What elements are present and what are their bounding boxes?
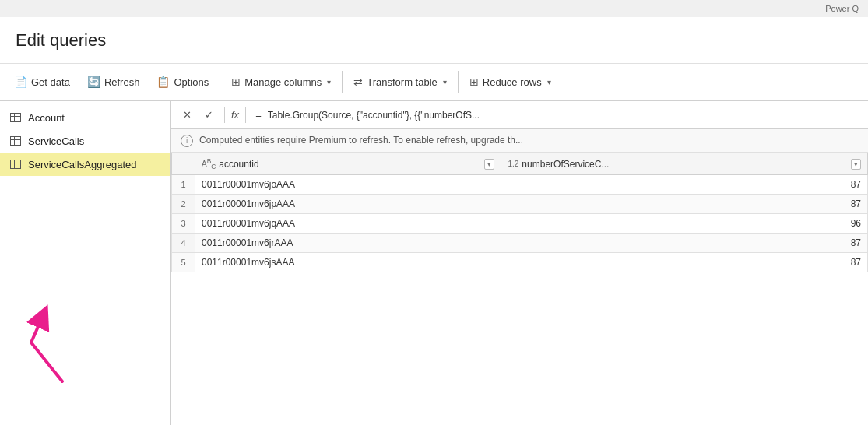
cell-numberofservicec: 96 [501, 214, 868, 234]
account-label: Account [28, 112, 65, 124]
reduce-rows-button[interactable]: ⊞ Reduce rows ▾ [462, 71, 559, 93]
formula-equals: = [255, 109, 262, 121]
col-numberofservicec-label: numberOfServiceC... [522, 159, 609, 170]
toolbar-separator-3 [458, 71, 459, 93]
cell-accountid: 0011r00001mv6jpAAA [195, 195, 501, 214]
table-row: 20011r00001mv6jpAAA87 [172, 195, 868, 214]
table-row: 40011r00001mv6jrAAA87 [172, 234, 868, 253]
options-label: Options [174, 76, 209, 88]
servicecalls-label: ServiceCalls [28, 135, 84, 147]
manage-columns-arrow: ▾ [327, 78, 331, 86]
table-header-row: ABC accountid ▾ 1.2 numberOfServiceC... … [172, 153, 868, 175]
cell-row-num: 3 [172, 214, 195, 234]
cell-accountid: 0011r00001mv6joAAA [195, 175, 501, 195]
refresh-label: Refresh [104, 76, 140, 88]
accountid-type-icon: ABC [202, 157, 216, 170]
data-table: ABC accountid ▾ 1.2 numberOfServiceC... … [171, 153, 868, 272]
page-title: Edit queries [16, 30, 106, 51]
formula-separator-2 [245, 107, 246, 123]
account-table-icon [9, 111, 22, 124]
transform-table-icon: ⇄ [353, 76, 363, 88]
formula-accept-button[interactable]: ✓ [199, 106, 218, 125]
cancel-icon: ✕ [183, 109, 192, 121]
cell-row-num: 1 [172, 175, 195, 195]
get-data-icon: 📄 [14, 76, 27, 88]
info-message: Computed entities require Premium to ref… [199, 134, 523, 147]
manage-columns-button[interactable]: ⊞ Manage columns ▾ [223, 71, 339, 93]
accountid-filter-button[interactable]: ▾ [484, 159, 494, 170]
options-icon: 📋 [156, 76, 170, 88]
servicecalls-table-icon [9, 135, 22, 147]
table-body: 10011r00001mv6joAAA8720011r00001mv6jpAAA… [172, 175, 868, 272]
cell-numberofservicec: 87 [501, 175, 868, 195]
title-area: Edit queries [0, 17, 868, 64]
info-icon: i [181, 135, 193, 147]
info-bar: i Computed entities require Premium to r… [171, 129, 868, 153]
toolbar-separator-1 [220, 71, 220, 93]
col-header-accountid[interactable]: ABC accountid ▾ [195, 153, 501, 175]
col-header-rownum [172, 153, 195, 175]
cell-numberofservicec: 87 [501, 195, 868, 214]
manage-columns-label: Manage columns [244, 76, 322, 88]
manage-columns-icon: ⊞ [231, 76, 241, 88]
reduce-rows-arrow: ▾ [547, 78, 551, 86]
toolbar-separator-2 [342, 71, 343, 93]
accept-icon: ✓ [205, 109, 213, 121]
cell-accountid: 0011r00001mv6jsAAA [195, 253, 501, 272]
table-row: 10011r00001mv6joAAA87 [172, 175, 868, 195]
toolbar: 📄 Get data 🔄 Refresh 📋 Options ⊞ Manage … [0, 64, 868, 101]
main-content: Account ServiceCalls ServiceCallsAggrega… [0, 101, 868, 425]
reduce-rows-label: Reduce rows [483, 76, 542, 88]
table-row: 30011r00001mv6jqAAA96 [172, 214, 868, 234]
formula-separator [224, 107, 225, 123]
cell-numberofservicec: 87 [501, 234, 868, 253]
sidebar-item-account[interactable]: Account [0, 106, 170, 129]
refresh-button[interactable]: 🔄 Refresh [79, 71, 148, 93]
refresh-icon: 🔄 [87, 76, 100, 88]
transform-table-arrow: ▾ [443, 78, 447, 86]
content-pane: ✕ ✓ fx = Table.Group(Source, {"accountid… [171, 101, 868, 425]
transform-table-label: Transform table [367, 76, 438, 88]
sidebar-item-servicecalls[interactable]: ServiceCalls [0, 129, 170, 153]
numberofservicec-filter-button[interactable]: ▾ [851, 159, 861, 170]
servicecallsaggregated-label: ServiceCallsAggregated [28, 159, 136, 170]
table-row: 50011r00001mv6jsAAA87 [172, 253, 868, 272]
col-header-numberofservicec[interactable]: 1.2 numberOfServiceC... ▾ [501, 153, 868, 175]
cell-accountid: 0011r00001mv6jqAAA [195, 214, 501, 234]
watermark-text: Power Q [825, 4, 859, 13]
servicecallsaggregated-table-icon [9, 158, 22, 170]
cell-row-num: 5 [172, 253, 195, 272]
sidebar: Account ServiceCalls ServiceCallsAggrega… [0, 101, 171, 425]
numberofservicec-type-icon: 1.2 [508, 160, 518, 168]
formula-bar: ✕ ✓ fx = Table.Group(Source, {"accountid… [171, 101, 868, 129]
formula-expression: Table.Group(Source, {"accountid"}, {{"nu… [268, 110, 862, 121]
cell-numberofservicec: 87 [501, 253, 868, 272]
cell-row-num: 4 [172, 234, 195, 253]
app-container: Power Q Edit queries 📄 Get data 🔄 Refres… [0, 0, 868, 425]
cell-row-num: 2 [172, 195, 195, 214]
get-data-button[interactable]: 📄 Get data [6, 71, 78, 93]
col-accountid-label: accountid [219, 159, 258, 170]
transform-table-button[interactable]: ⇄ Transform table ▾ [346, 71, 455, 93]
get-data-label: Get data [31, 76, 70, 88]
data-table-container[interactable]: ABC accountid ▾ 1.2 numberOfServiceC... … [171, 153, 868, 425]
cell-accountid: 0011r00001mv6jrAAA [195, 234, 501, 253]
top-bar: Power Q [0, 0, 868, 17]
options-button[interactable]: 📋 Options [149, 71, 216, 93]
formula-cancel-button[interactable]: ✕ [177, 106, 196, 125]
fx-label: fx [231, 109, 239, 121]
sidebar-item-servicecallsaggregated[interactable]: ServiceCallsAggregated [0, 153, 170, 176]
reduce-rows-icon: ⊞ [469, 76, 479, 88]
